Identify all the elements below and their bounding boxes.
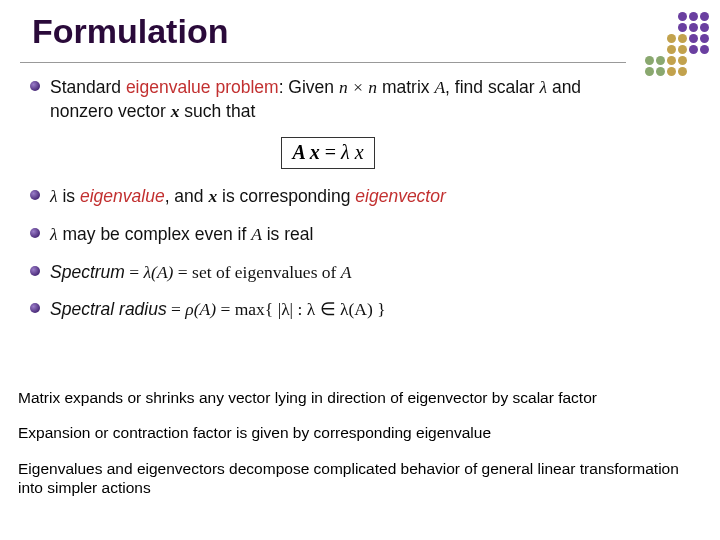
equation-box: A x = λ x [281,137,374,169]
eq-rhs: λ x [341,141,364,163]
bullet-3: λ may be complex even if A is real [28,223,628,247]
term-eigenvalue: eigenvalue [80,186,165,206]
text: : Given [279,77,339,97]
title-divider [20,62,626,63]
slide-title: Formulation [32,12,228,51]
text: such that [179,101,255,121]
math-nxn: n × n [339,77,377,97]
math-A: A [251,224,262,244]
math-lambda: λ [50,224,58,244]
term-eigenvalue-problem: eigenvalue problem [126,77,279,97]
bullet-4: Spectrum = λ(A) = set of eigenvalues of … [28,261,628,285]
decorative-dot-grid [645,12,710,77]
math-A: A [341,262,352,282]
bullet-5: Spectral radius = ρ(A) = max{ |λ| : λ ∈ … [28,298,628,322]
text: matrix [377,77,434,97]
text: is real [262,224,314,244]
bullet-list-2: λ is eigenvalue, and x is corresponding … [28,185,628,322]
note-3: Eigenvalues and eigenvectors decompose c… [18,459,698,498]
term-eigenvector: eigenvector [355,186,445,206]
text: , and [165,186,209,206]
text: = set of eigenvalues of [173,262,340,282]
math-lambda: λ [50,186,58,206]
content-area: Standard eigenvalue problem: Given n × n… [28,76,628,336]
term-spectrum: Spectrum [50,262,125,282]
bullet-1: Standard eigenvalue problem: Given n × n… [28,76,628,123]
text: , find scalar [445,77,539,97]
bullet-2: λ is eigenvalue, and x is corresponding … [28,185,628,209]
bottom-notes: Matrix expands or shrinks any vector lyi… [18,388,698,514]
note-2: Expansion or contraction factor is given… [18,423,698,442]
slide: Formulation Standard eigenvalue problem:… [0,0,720,540]
eq-lhs: A x [292,141,319,163]
math-rho-A: ρ(A) [185,299,216,319]
text: Standard [50,77,126,97]
text: may be complex even if [58,224,252,244]
equation-row: A x = λ x [28,137,628,169]
eq-equals: = [320,141,341,163]
math-lambda: λ [539,77,547,97]
math-A: A [434,77,445,97]
text: = [125,262,144,282]
text: = [167,299,186,319]
math-lambda-A: λ(A) [144,262,174,282]
note-1: Matrix expands or shrinks any vector lyi… [18,388,698,407]
text: is [58,186,80,206]
math-x: x [208,186,217,206]
bullet-list: Standard eigenvalue problem: Given n × n… [28,76,628,123]
term-spectral-radius: Spectral radius [50,299,167,319]
math-max-set: = max{ |λ| : λ ∈ λ(A) } [216,299,385,319]
text: is corresponding [217,186,355,206]
